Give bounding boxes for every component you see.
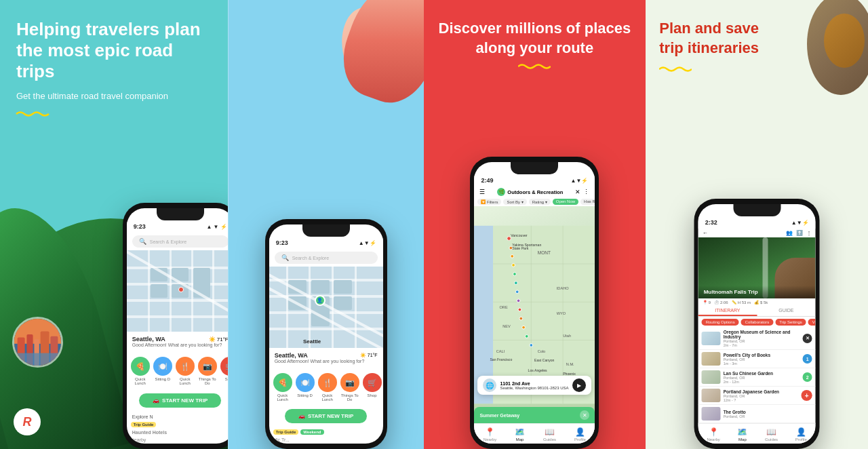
category-shop[interactable]: 🛒 Shop [220, 357, 228, 385]
svg-point-22 [517, 299, 521, 302]
routing-options-pill[interactable]: Routing Options [702, 319, 739, 326]
stop-icon: 📍 [703, 300, 707, 305]
place-item-1[interactable]: Powell's City of Books Portland, OR 1m -… [698, 350, 816, 368]
panel-3-heading: Discover millions of places along your r… [437, 19, 633, 58]
category-row: 🍕 Quick Lunch 🍽️ Sitting D 🍴 Quick Lunch… [127, 354, 228, 388]
tab-guide[interactable]: GUIDE [757, 306, 816, 316]
more-icon[interactable]: ⋮ [806, 230, 812, 236]
svg-text:Vancouver: Vancouver [511, 233, 528, 237]
tab-profile-4[interactable]: 👤 Profile [795, 427, 807, 442]
svg-text:IDAHO: IDAHO [557, 286, 569, 290]
floral-decoration [787, 0, 868, 136]
tab-nearby[interactable]: 📍 Nearby [484, 427, 496, 442]
collaborators-pill[interactable]: Collaborators [741, 319, 774, 326]
place-item-2[interactable]: Lan Su Chinese Garden Portland, OR 2m - … [698, 368, 816, 387]
greeting-2: Good Afternoon! What are you looking for… [275, 359, 378, 364]
greeting-text: Good Afternoon! What are you looking for… [132, 343, 228, 347]
big-map: MONT IDAHO WYO ORE NEV Utah CALI Colo N.… [474, 206, 595, 423]
sort-chip[interactable]: Sort By ▾ [503, 199, 526, 205]
tab-guides-4[interactable]: 📖 Guides [765, 427, 778, 442]
svg-text:N.M.: N.M. [566, 362, 574, 366]
cat-item[interactable]: 🛒 Shop [363, 373, 382, 402]
close-btn[interactable]: ✕ [580, 410, 589, 420]
category-quicklunch2[interactable]: 🍴 Quick Lunch [176, 357, 195, 385]
map-icon: 🗺️ [515, 427, 525, 437]
city-name: Seattle, WA [132, 336, 165, 343]
search-bar-2[interactable]: 🔍 Search & Explore [275, 252, 378, 264]
trip-settings-pill[interactable]: Trip Settings [775, 319, 806, 326]
meta-stops: 📍 9 [703, 300, 711, 305]
tab-map-4[interactable]: 🗺️ Map [737, 427, 747, 442]
status-bar-3: 2:49 ▲▼⚡ [474, 174, 595, 187]
guides-icon: 📖 [545, 427, 555, 437]
add-place-btn[interactable]: + [802, 390, 812, 401]
cat-icon: 📷 [340, 373, 359, 392]
phone-mockup-3: 2:49 ▲▼⚡ ☰ 🌿 Outdoors & Recreation ✕ ⋮ [470, 157, 599, 449]
people-icon[interactable]: 👥 [786, 230, 793, 236]
tab-guides[interactable]: 📖 Guides [543, 427, 556, 442]
svg-point-19 [513, 273, 517, 276]
panel-1-subtext: Get the ultimate road travel companion [16, 91, 212, 101]
cat-item[interactable]: 📷 Things To Do [340, 373, 359, 402]
option-pills: Routing Options Collaborators Trip Setti… [698, 317, 816, 328]
panel-1-text: Helping travelers plan the most epic roa… [16, 19, 212, 120]
has-res-chip[interactable]: Has Res [580, 199, 595, 205]
bottom-sheet: Summer Getaway ✕ [474, 407, 595, 423]
trip-tags-2: Trip Guide Weekend [269, 428, 383, 436]
start-trip-button[interactable]: 🚗 START NEW TRIP [139, 393, 221, 408]
category-icon: 🛒 [220, 357, 228, 376]
back-arrow-icon[interactable]: ← [703, 230, 708, 236]
open-now-chip[interactable]: Open Now [553, 199, 578, 205]
map-icon-4: 🗺️ [737, 427, 747, 437]
trip-tags: Trip Guide [127, 421, 228, 429]
tab-bar-4: 📍 Nearby 🗺️ Map 📖 Guides 👤 Profile [698, 423, 816, 444]
cat-icon: 🛒 [363, 373, 382, 392]
phone-notch-2 [302, 224, 350, 237]
address-card: 🌐 1101 2nd Ave Seattle, Washington 98101… [477, 376, 591, 395]
panel-road-trips: Helping travelers plan the most epic roa… [0, 0, 228, 449]
tab-map[interactable]: 🗺️ Map [515, 427, 525, 442]
svg-text:East Canyon: East Canyon [534, 358, 555, 362]
tab-itinerary[interactable]: ITINERARY [698, 306, 757, 316]
place-info-4: The Grotto Portland, OR [724, 410, 812, 418]
category-thingstodo[interactable]: 📷 Things To Do [198, 357, 217, 385]
wavy-decoration-1 [16, 111, 49, 117]
rating-chip[interactable]: Rating ▾ [529, 199, 551, 205]
cat-item[interactable]: 🍴 Quick Lunch [318, 373, 337, 402]
category-icon: 🍴 [176, 357, 195, 376]
map-2: 👤 Seattle [269, 267, 383, 348]
navigate-btn[interactable]: ▶ [572, 378, 586, 392]
nearby-trips-2: ific Tr... [269, 436, 383, 444]
tab-nearby-4[interactable]: 📍 Nearby [707, 427, 719, 442]
tab-profile[interactable]: 👤 Profile [574, 427, 586, 442]
search-placeholder: Search & Explore [150, 239, 186, 244]
nearby-icon-4: 📍 [709, 427, 719, 437]
nearby-icon: 📍 [485, 427, 495, 437]
map-preview [127, 250, 228, 332]
place-item-3[interactable]: Portland Japanese Garden Portland, OR 12… [698, 387, 816, 405]
place-item-0[interactable]: Oregon Museum of Science and Industry Po… [698, 328, 816, 350]
place-num-0: ✕ [803, 334, 812, 343]
tab-bar-3: 📍 Nearby 🗺️ Map 📖 Guides 👤 Profile [474, 423, 595, 444]
place-item-4[interactable]: The Grotto Portland, OR [698, 405, 816, 423]
category-sitting[interactable]: 🍽️ Sitting D [153, 357, 172, 385]
svg-text:Colo: Colo [538, 349, 546, 353]
trip-title: Multnomah Falls Trip [704, 289, 810, 295]
category-lunch[interactable]: 🍕 Quick Lunch [131, 357, 150, 385]
search-bar[interactable]: 🔍 Search & Explore [132, 235, 228, 248]
place-thumb-0 [702, 332, 721, 345]
globe-icon: 🌐 [483, 378, 496, 392]
svg-point-27 [530, 344, 533, 347]
decorative-coral-shape [331, 0, 424, 113]
cat-item[interactable]: 🍕 Quick Lunch [273, 373, 292, 402]
cat-item[interactable]: 🍽️ Sitting D [296, 373, 315, 402]
start-trip-btn-2[interactable]: 🚗 START NEW TRIP [285, 409, 367, 423]
view-pill[interactable]: Vie [808, 319, 816, 326]
dist-icon: 📏 [732, 300, 736, 305]
city-name-2: Seattle, WA [275, 352, 308, 359]
share-icon[interactable]: ⬆️ [796, 230, 803, 236]
trip-guide-tag-2: Trip Guide [273, 429, 299, 435]
search-placeholder-2: Search & Explore [292, 256, 329, 260]
place-dist-1: 1m - 3m [724, 362, 800, 366]
filter-chip[interactable]: 🔽 Filters [477, 199, 501, 205]
